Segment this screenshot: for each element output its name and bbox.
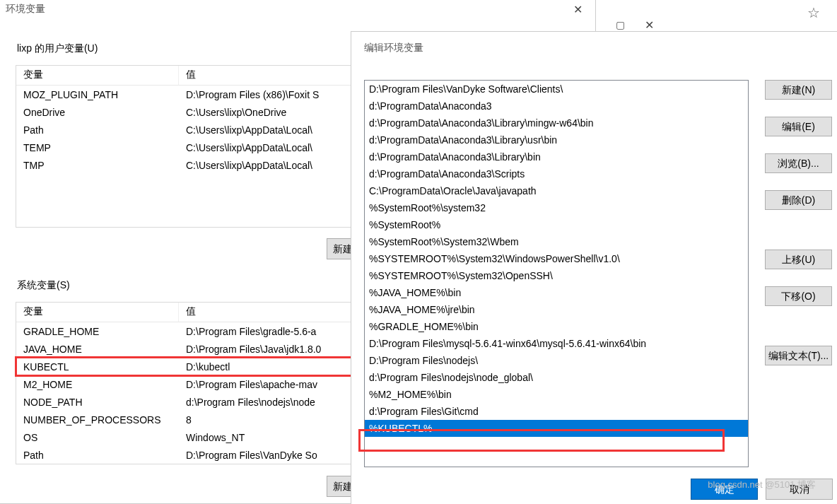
list-item[interactable]: %SystemRoot%\system32 — [365, 199, 748, 216]
list-item[interactable]: %SYSTEMROOT%\System32\OpenSSH\ — [365, 267, 748, 284]
var-name: GRADLE_HOME — [16, 326, 179, 337]
var-name: Path — [16, 124, 179, 136]
list-item[interactable]: %JAVA_HOME%\jre\bin — [365, 301, 748, 318]
var-name: NUMBER_OF_PROCESSORS — [16, 414, 179, 426]
list-item[interactable]: d:\ProgramData\Anaconda3\Library\usr\bin — [365, 131, 748, 148]
move-down-button[interactable]: 下移(O) — [765, 286, 832, 306]
cancel-button[interactable]: 取消 — [766, 479, 833, 500]
path-list[interactable]: D:\Program Files\VanDyke Software\Client… — [364, 80, 749, 467]
right-button-column: 新建(N) 编辑(E) 浏览(B)... 删除(D) 上移(U) 下移(O) 编… — [765, 80, 836, 374]
env-vars-title: 环境变量 — [0, 0, 595, 18]
list-item[interactable]: %JAVA_HOME%\bin — [365, 284, 748, 301]
list-item[interactable]: d:\Program Files\nodejs\node_global\ — [365, 369, 748, 386]
var-name: OneDrive — [16, 107, 179, 118]
edit-path-title: 编辑环境变量 — [351, 32, 837, 61]
var-name: Path — [16, 450, 179, 461]
list-item[interactable]: D:\Program Files\VanDyke Software\Client… — [365, 81, 748, 98]
list-item[interactable]: D:\Program Files\nodejs\ — [365, 352, 748, 369]
var-name: TEMP — [16, 142, 179, 153]
list-item[interactable]: C:\ProgramData\Oracle\Java\javapath — [365, 182, 748, 199]
list-item[interactable]: %SystemRoot% — [365, 216, 748, 233]
list-item[interactable]: d:\ProgramData\Anaconda3\Library\mingw-w… — [365, 115, 748, 131]
close-icon[interactable]: ✕ — [561, 0, 594, 18]
new-button[interactable]: 新建(N) — [765, 80, 832, 100]
browse-button[interactable]: 浏览(B)... — [765, 153, 832, 173]
var-name: M2_HOME — [16, 379, 179, 390]
list-item[interactable]: d:\ProgramData\Anaconda3\Library\bin — [365, 148, 748, 165]
col-variable[interactable]: 变量 — [16, 303, 179, 322]
user-vars-label: lixp 的用户变量(U) — [14, 42, 100, 55]
var-name: JAVA_HOME — [16, 344, 179, 355]
list-item[interactable]: d:\ProgramData\Anaconda3 — [365, 98, 748, 115]
edit-button[interactable]: 编辑(E) — [765, 117, 832, 136]
sys-vars-label: 系统变量(S) — [14, 279, 73, 292]
list-item[interactable]: %SYSTEMROOT%\System32\WindowsPowerShell\… — [365, 250, 748, 267]
list-item[interactable]: %KUBECTL% — [365, 420, 748, 437]
var-name: TMP — [16, 160, 179, 171]
list-item[interactable]: d:\Program Files\Git\cmd — [365, 403, 748, 420]
list-item[interactable]: D:\Program Files\mysql-5.6.41-winx64\mys… — [365, 335, 748, 352]
edit-text-button[interactable]: 编辑文本(T)... — [765, 346, 832, 365]
ok-button[interactable]: 确定 — [691, 479, 758, 500]
var-name: OS — [16, 432, 179, 443]
list-item[interactable]: %M2_HOME%\bin — [365, 386, 748, 403]
list-item[interactable]: %GRADLE_HOME%\bin — [365, 318, 748, 335]
delete-button[interactable]: 删除(D) — [765, 190, 832, 210]
var-name: KUBECTL — [16, 361, 179, 373]
move-up-button[interactable]: 上移(U) — [765, 250, 832, 269]
col-variable[interactable]: 变量 — [16, 66, 179, 85]
var-name: NODE_PATH — [16, 397, 179, 408]
list-item[interactable]: d:\ProgramData\Anaconda3\Scripts — [365, 165, 748, 182]
list-item[interactable]: %SystemRoot%\System32\Wbem — [365, 233, 748, 250]
var-name: MOZ_PLUGIN_PATH — [16, 89, 179, 100]
edit-path-window: 编辑环境变量 D:\Program Files\VanDyke Software… — [351, 31, 837, 504]
browser-star-icon[interactable]: ☆ — [807, 4, 820, 21]
